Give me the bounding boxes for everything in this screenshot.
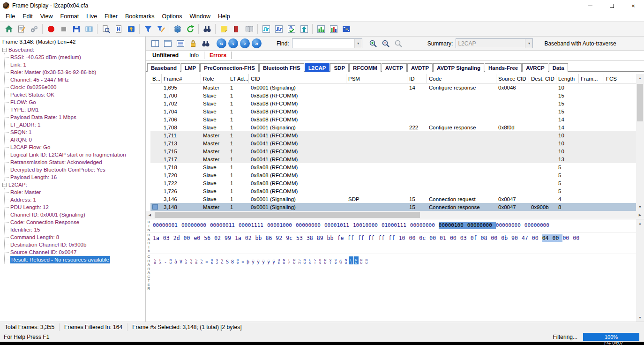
char-cell[interactable]: 92 (215, 256, 219, 264)
refresh-icon[interactable] (184, 22, 196, 35)
summary-combobox[interactable]: L2CAP ▼ (456, 38, 533, 48)
char-cell[interactable]: 99 (189, 256, 194, 264)
char-cell[interactable]: » (240, 256, 245, 264)
menu-options[interactable]: Options (158, 12, 186, 21)
char-cell[interactable]: 8 (230, 256, 235, 264)
start-capture-icon[interactable] (45, 22, 57, 35)
protocol-layers-icon[interactable] (171, 22, 184, 35)
table-row[interactable]: 1,711Master10x0041 (RFCOMM)10 (150, 131, 636, 139)
char-cell[interactable]: NU (344, 256, 348, 264)
hex-byte[interactable]: 02 (245, 234, 255, 242)
char-cell[interactable]: SB (194, 256, 199, 264)
char-cell[interactable]: ÿ (256, 256, 261, 264)
hex-byte[interactable]: 00 (450, 234, 460, 242)
hex-byte[interactable]: bb (255, 234, 266, 242)
hex-byte[interactable]: ff (378, 234, 389, 242)
next-frame-button[interactable]: › (240, 38, 250, 48)
panes-vertical-scrollbar[interactable]: ▲ ▼ (636, 219, 644, 322)
char-cell[interactable]: BS (318, 256, 322, 264)
binary-octet[interactable]: 01000111 (382, 222, 410, 229)
char-cell[interactable]: NU (292, 256, 297, 264)
table-row[interactable]: 1,717Master10x0041 (RFCOMM)13 (150, 155, 636, 163)
table-row[interactable]: 1,700Slave10x8a08 (RFCOMM)15 (150, 91, 636, 99)
protocol-tab-avdtp-signaling[interactable]: AVDTP Signaling (433, 63, 484, 72)
protocol-tab-avdtp[interactable]: AVDTP (407, 63, 433, 72)
signal-comb-icon[interactable] (82, 22, 95, 35)
table-row[interactable]: 1,708Slave10x0001 (Signaling)222Configur… (150, 123, 636, 131)
tree-item[interactable]: Address: 1 (5, 196, 145, 203)
column-header[interactable]: B... (150, 74, 162, 83)
frame-size-icon[interactable] (112, 22, 125, 35)
decode-security-icon[interactable] (125, 22, 137, 35)
list-pane-icon[interactable] (174, 37, 187, 50)
tree-item[interactable]: Link: 1 (5, 61, 145, 68)
char-cell[interactable]: NU (323, 256, 328, 264)
table-row[interactable]: 1,702Slave10x8a08 (RFCOMM)15 (150, 99, 636, 107)
hex-byte[interactable]: 1a (235, 234, 245, 242)
char-cell[interactable]: SX (184, 256, 188, 264)
char-cell[interactable]: NU (359, 256, 364, 264)
column-header[interactable]: Source CID (496, 74, 529, 83)
column-header[interactable]: ID (407, 74, 427, 83)
char-cell[interactable]: NU (282, 256, 286, 264)
column-header[interactable]: PSM (346, 74, 407, 83)
character-bytes[interactable]: SBEX-NUàVSX99SBSX»86929CS889»þÿÿÿÿÿDENUF… (152, 254, 636, 322)
char-cell[interactable]: SI (313, 256, 317, 264)
tree-item[interactable]: Clock: 0x0256e000 (5, 83, 145, 91)
column-header[interactable]: Fram... (579, 74, 604, 83)
save-icon[interactable] (70, 22, 82, 35)
char-cell[interactable]: EX (307, 256, 312, 264)
protocol-tab-baseband[interactable]: Baseband (147, 63, 180, 72)
tree-item[interactable]: ARQN: 0 (5, 136, 145, 143)
zoom-out-icon[interactable] (380, 37, 392, 50)
hex-byte[interactable]: 02 (214, 234, 225, 242)
protocol-tab-avctp[interactable]: AVCTP (382, 63, 407, 72)
hex-byte[interactable]: 86 (265, 234, 276, 242)
table-row[interactable]: 3,146Slave10x0001 (Signaling)SDP15Connec… (150, 195, 636, 203)
find-binoculars-icon[interactable] (201, 22, 213, 35)
hex-byte[interactable]: bb (327, 234, 337, 242)
tree-item[interactable]: Retransmission Status: Acknowledged (5, 158, 145, 166)
maximize-button[interactable] (601, 0, 622, 11)
protocol-tab-sdp[interactable]: SDP (330, 63, 349, 72)
protocol-tab-l2cap[interactable]: L2CAP (305, 63, 330, 72)
column-header[interactable]: Dest. CID (529, 74, 556, 83)
hex-byte[interactable]: 00 (184, 234, 194, 242)
find-dropdown-arrow[interactable]: ▼ (354, 39, 362, 48)
hex-byte[interactable]: 00 (429, 234, 440, 242)
char-cell[interactable]: 9C (220, 256, 225, 264)
menu-bookmarks[interactable]: Bookmarks (121, 12, 158, 21)
find-frame-icon[interactable] (199, 37, 212, 50)
tree-item[interactable]: Logical Link ID: L2CAP start or no fragm… (5, 151, 145, 158)
table-vertical-scrollbar[interactable]: ▲ ▼ (636, 74, 644, 211)
split-pane-icon[interactable] (149, 37, 161, 50)
tree-item[interactable]: Destination Channel ID: 0x900b (5, 241, 145, 248)
tree-item[interactable]: Channel: 45 - 2447 MHz (5, 76, 145, 83)
bookmark-note-icon[interactable] (217, 22, 230, 35)
tree-item[interactable]: Identifier: 15 (5, 226, 145, 233)
unlock-icon[interactable] (187, 37, 199, 50)
hex-byte[interactable]: ff (347, 234, 358, 242)
tree-item[interactable]: PDU Length: 12 (5, 203, 145, 211)
statistics-icon[interactable] (315, 22, 327, 35)
scroll-down-icon[interactable]: ▼ (636, 314, 644, 322)
menu-view[interactable]: View (37, 12, 57, 21)
table-row[interactable]: 1,722Slave10x8a08 (RFCOMM)5 (150, 179, 636, 187)
hex-byte[interactable]: 0b (501, 234, 511, 242)
first-frame-button[interactable]: « (217, 38, 226, 48)
binary-octet[interactable]: 00001111 (239, 222, 267, 229)
char-cell[interactable]: 89 (235, 256, 240, 264)
protocol-tab-data[interactable]: Data (549, 63, 568, 72)
protocol-tab-lmp[interactable]: LMP (181, 63, 200, 72)
char-cell[interactable]: - (163, 256, 168, 264)
hex-byte[interactable]: 53 (296, 234, 307, 242)
char-cell[interactable]: ET (349, 256, 353, 264)
filter-tab-info[interactable]: Info (184, 52, 204, 59)
hex-byte[interactable]: 90 (511, 234, 522, 242)
column-header[interactable]: LT Ad... (228, 74, 249, 83)
protocol-tab-avrcp[interactable]: AVRCP (522, 63, 548, 72)
prev-frame-button[interactable]: ‹ (228, 38, 238, 48)
tree-item[interactable]: Role: Master (0x38-53-9c-92-86-bb) (5, 68, 145, 76)
table-row[interactable]: 1,713Master10x0041 (RFCOMM)10 (150, 139, 636, 147)
last-frame-button[interactable]: » (252, 38, 262, 48)
